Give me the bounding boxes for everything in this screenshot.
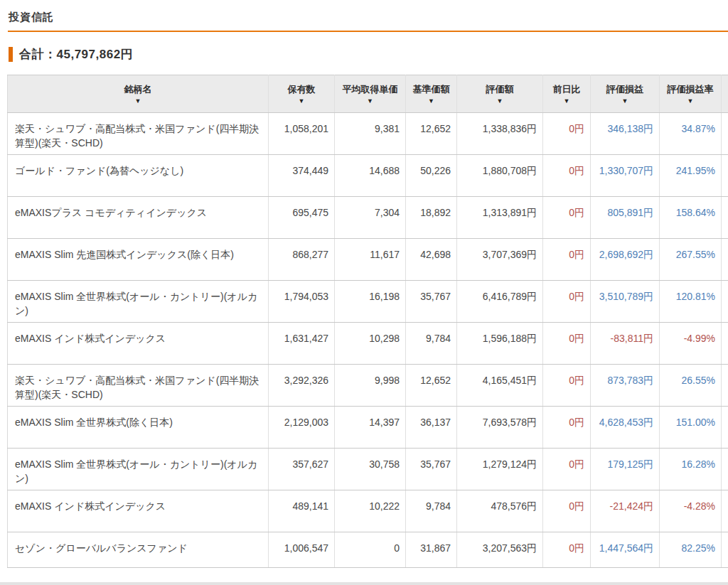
- cell-profit-loss: 2,698,692円: [591, 239, 660, 281]
- cell-valuation: 4,165,451円: [457, 365, 543, 407]
- cell-fund-name: 楽天・シュワブ・高配当株式・米国ファンド(四半期決算型)(楽天・SCHD): [8, 113, 269, 155]
- cell-fund-name: eMAXIS インド株式インデックス: [8, 490, 269, 532]
- cell-day-change: 0円: [543, 532, 591, 568]
- column-label: 基準価額: [413, 83, 450, 96]
- sort-desc-icon: ▼: [428, 98, 434, 104]
- cell-quantity: 695,475: [269, 197, 335, 239]
- cell-day-change: 0円: [543, 197, 591, 239]
- cell-fund-name: セゾン・グローバルバランスファンド: [8, 532, 269, 568]
- cell-fund-name: ゴールド・ファンド(為替ヘッジなし): [8, 155, 269, 197]
- column-header-cutoff: [722, 75, 728, 113]
- cell-fund-name: eMAXIS Slim 全世界株式(オール・カントリー)(オルカン): [8, 449, 269, 490]
- investment-trust-page: 投資信託 合計：45,797,862円 銘柄名▼ 保有数▼: [0, 11, 728, 568]
- sort-desc-icon: ▼: [367, 98, 373, 104]
- column-header-nav[interactable]: 基準価額▼: [406, 75, 457, 113]
- column-label: 銘柄名: [124, 83, 152, 96]
- cell-avg-cost: 9,381: [335, 113, 406, 155]
- sort-desc-icon: ▼: [299, 98, 305, 104]
- cell-valuation: 1,880,708円: [457, 155, 543, 197]
- cell-avg-cost: 7,304: [335, 197, 406, 239]
- sort-desc-icon: ▼: [687, 98, 694, 104]
- cell-quantity: 3,292,326: [269, 365, 335, 407]
- column-header-quantity[interactable]: 保有数▼: [269, 75, 335, 113]
- sort-desc-icon: ▼: [135, 98, 141, 104]
- cell-quantity: 1,794,053: [269, 281, 335, 323]
- cell-cutoff: [722, 155, 728, 197]
- column-label: 平均取得単価: [343, 83, 398, 96]
- cell-nav: 50,226: [406, 155, 457, 197]
- cell-nav: 35,767: [406, 281, 457, 323]
- sort-desc-icon: ▼: [622, 98, 628, 104]
- cell-avg-cost: 30,758: [335, 449, 406, 490]
- cell-profit-loss-rate: 158.64%: [660, 197, 722, 239]
- sort-desc-icon: ▼: [497, 98, 503, 104]
- cell-avg-cost: 16,198: [335, 281, 406, 323]
- cell-avg-cost: 11,617: [335, 239, 406, 281]
- cell-cutoff: [722, 323, 728, 365]
- cell-avg-cost: 14,397: [335, 407, 406, 449]
- cell-day-change: 0円: [543, 365, 591, 407]
- column-label: 前日比: [553, 83, 581, 96]
- horizontal-scrollbar-track[interactable]: [0, 582, 728, 585]
- column-header-day-change[interactable]: 前日比▼: [543, 75, 591, 113]
- cell-avg-cost: 10,222: [335, 490, 406, 532]
- cell-quantity: 1,006,547: [269, 532, 335, 568]
- column-header-valuation[interactable]: 評価額▼: [457, 75, 543, 113]
- cell-profit-loss: 346,138円: [591, 113, 660, 155]
- cell-day-change: 0円: [543, 407, 591, 449]
- column-label: 評価損益率: [668, 83, 714, 96]
- cell-quantity: 1,058,201: [269, 113, 335, 155]
- cell-cutoff: [722, 281, 728, 323]
- cell-day-change: 0円: [543, 323, 591, 365]
- cell-valuation: 1,338,836円: [457, 113, 543, 155]
- cell-valuation: 1,596,188円: [457, 323, 543, 365]
- cell-profit-loss: 1,447,564円: [591, 532, 660, 568]
- cell-fund-name: eMAXIS Slim 全世界株式(オール・カントリー)(オルカン): [8, 281, 269, 323]
- column-header-profit-loss[interactable]: 評価損益▼: [591, 75, 660, 113]
- fund-row: eMAXIS Slim 先進国株式インデックス(除く日本) 868,277 11…: [8, 239, 728, 281]
- cell-profit-loss: -83,811円: [591, 323, 660, 365]
- column-label: 評価損益: [606, 83, 643, 96]
- cell-nav: 9,784: [406, 490, 457, 532]
- cell-cutoff: [722, 365, 728, 407]
- fund-row: eMAXIS インド株式インデックス 1,631,427 10,298 9,78…: [8, 323, 728, 365]
- cell-cutoff: [722, 239, 728, 281]
- cell-quantity: 2,129,003: [269, 407, 335, 449]
- cell-profit-loss: -21,424円: [591, 490, 660, 532]
- cell-day-change: 0円: [543, 239, 591, 281]
- fund-row: eMAXIS Slim 全世界株式(除く日本) 2,129,003 14,397…: [8, 407, 728, 449]
- cell-profit-loss: 873,783円: [591, 365, 660, 407]
- cell-day-change: 0円: [543, 155, 591, 197]
- column-header-fund-name[interactable]: 銘柄名▼: [8, 75, 269, 113]
- cell-profit-loss: 805,891円: [591, 197, 660, 239]
- cell-valuation: 3,707,369円: [457, 239, 543, 281]
- cell-quantity: 489,141: [269, 490, 335, 532]
- cell-fund-name: eMAXIS インド株式インデックス: [8, 323, 269, 365]
- total-summary: 合計：45,797,862円: [9, 46, 728, 63]
- cell-valuation: 478,576円: [457, 490, 543, 532]
- cell-day-change: 0円: [543, 490, 591, 532]
- total-accent-bar: [9, 47, 13, 62]
- cell-profit-loss: 4,628,453円: [591, 407, 660, 449]
- fund-row: セゾン・グローバルバランスファンド 1,006,547 0 31,867 3,2…: [8, 532, 728, 568]
- cell-fund-name: eMAXIS Slim 全世界株式(除く日本): [8, 407, 269, 449]
- fund-row: eMAXIS インド株式インデックス 489,141 10,222 9,784 …: [8, 490, 728, 532]
- cell-profit-loss-rate: 34.87%: [660, 113, 722, 155]
- cell-nav: 12,652: [406, 113, 457, 155]
- column-header-avg-cost[interactable]: 平均取得単価▼: [335, 75, 406, 113]
- cell-profit-loss-rate: 16.28%: [660, 449, 722, 490]
- column-header-profit-loss-rate[interactable]: 評価損益率▼: [660, 75, 722, 113]
- column-label: 評価額: [486, 83, 514, 96]
- cell-profit-loss-rate: 151.00%: [660, 407, 722, 449]
- cell-valuation: 1,313,891円: [457, 197, 543, 239]
- cell-nav: 12,652: [406, 365, 457, 407]
- cell-quantity: 868,277: [269, 239, 335, 281]
- cell-fund-name: eMAXIS Slim 先進国株式インデックス(除く日本): [8, 239, 269, 281]
- cell-nav: 31,867: [406, 532, 457, 568]
- fund-row: eMAXIS Slim 全世界株式(オール・カントリー)(オルカン) 1,794…: [8, 281, 728, 323]
- cell-day-change: 0円: [543, 113, 591, 155]
- fund-row: 楽天・シュワブ・高配当株式・米国ファンド(四半期決算型)(楽天・SCHD) 3,…: [8, 365, 728, 407]
- fund-row: eMAXISプラス コモディティインデックス 695,475 7,304 18,…: [8, 197, 728, 239]
- cell-valuation: 7,693,578円: [457, 407, 543, 449]
- cell-cutoff: [722, 449, 728, 490]
